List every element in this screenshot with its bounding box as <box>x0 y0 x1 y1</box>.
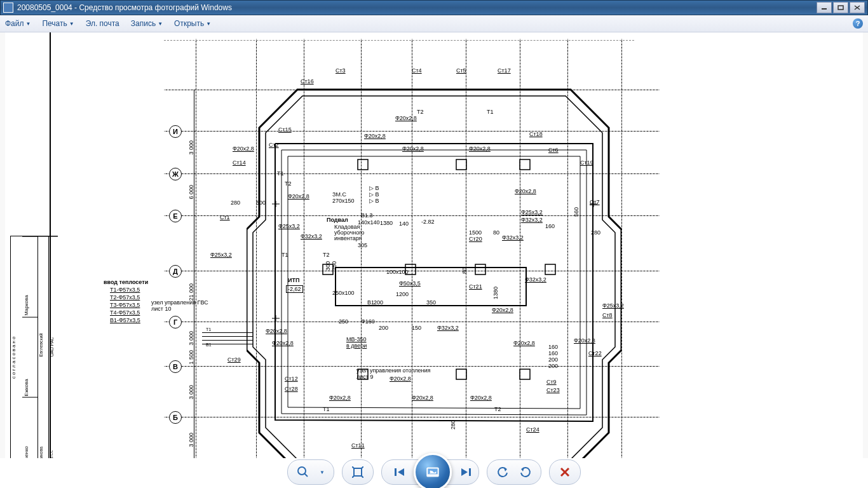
note-label: ЗМ.С 270x150 <box>332 191 355 204</box>
dim-label: 250 <box>339 318 348 325</box>
pipe-label: Ф32x3,2 <box>301 233 322 240</box>
line-label: Т2 <box>323 252 330 258</box>
dim-label: 1380 <box>492 287 499 299</box>
dim-label: 140 <box>399 220 409 227</box>
minimize-button[interactable] <box>817 2 832 13</box>
pipe-label: Ф20x2,8 <box>364 133 386 139</box>
riser-label: Ст3 <box>336 67 346 74</box>
riser-label: Ст24 <box>526 426 539 433</box>
building-outline <box>247 77 621 458</box>
pipe-label: Ф20x2,8 <box>329 395 351 401</box>
dim-label: 80 <box>493 229 499 236</box>
dim-label: 560 <box>573 207 580 217</box>
axis-row-bubble: В <box>169 360 182 373</box>
previous-button[interactable] <box>393 466 406 478</box>
slideshow-button[interactable] <box>414 453 452 488</box>
rotate-cw-button[interactable] <box>519 466 532 478</box>
riser-label: Ст6 <box>548 147 559 153</box>
svg-marker-31 <box>398 468 404 476</box>
axis-row-bubble: Е <box>169 210 182 222</box>
dim-label: 280 <box>231 200 240 206</box>
dim-label: 250x100 <box>332 290 355 296</box>
riser-label: Ст1 <box>220 214 230 220</box>
line-label: Т2 <box>494 406 501 412</box>
dim-label: 500 <box>256 200 266 206</box>
dim-label: В1.3 <box>361 212 373 219</box>
pipe-label: Ф20x2,8 <box>233 146 254 152</box>
gvs-node-label: узел управления ГВС лист 10 <box>151 299 208 312</box>
heat-input-line: В1-Ф57x3,5 <box>110 317 140 323</box>
dim-label: 200 <box>548 356 558 363</box>
photo-canvas[interactable]: И Ж Е Д Г В Б А 3 000 6 000 21 000 3 000… <box>0 32 868 458</box>
svg-rect-7 <box>358 159 368 170</box>
heat-input-line: Т2-Ф57x3,5 <box>110 294 140 301</box>
svg-rect-25 <box>354 468 362 476</box>
svg-rect-9 <box>520 159 530 170</box>
axis-row-bubble: И <box>169 125 182 138</box>
menu-file[interactable]: Файл▼ <box>5 19 31 28</box>
dim-label: 80 <box>461 268 468 274</box>
delete-button[interactable] <box>559 466 571 478</box>
dim-label: 250 <box>331 261 337 271</box>
close-button[interactable] <box>850 2 865 13</box>
dim-label: 305 <box>358 242 367 248</box>
dim-label: В1 <box>367 299 374 306</box>
axis-row-bubble: Ж <box>169 168 182 180</box>
window-title: 20080505_0004 - Средство просмотра фотог… <box>17 3 817 12</box>
flow-marker: ▷ В <box>369 191 379 198</box>
room-label: Кладовая уборочного инвентаря <box>334 224 364 241</box>
pipe-label: Ф50x3,5 <box>399 280 421 287</box>
heat-input-title: ввод теплосети <box>104 279 148 285</box>
chevron-down-icon: ▼ <box>26 21 31 27</box>
dim-label: 1200 <box>396 291 409 297</box>
riser-label: Ст7 <box>590 199 600 205</box>
pipe-label: Ф20x2,8 <box>288 193 309 200</box>
menu-email[interactable]: Эл. почта <box>86 19 119 28</box>
dim-label: 200 <box>379 325 388 331</box>
riser-label: Ст5 <box>456 67 466 74</box>
menu-print[interactable]: Печать▼ <box>42 19 74 28</box>
svg-marker-4 <box>247 90 621 458</box>
pipe-label: Ф20x2,8 <box>513 340 535 346</box>
riser-label: Ст18 <box>529 131 543 137</box>
pipe-label: Ф20x2,8 <box>412 395 433 401</box>
dim-label: 1380 <box>380 220 393 226</box>
axis-row-bubble: Д <box>169 265 182 278</box>
riser-label: Ст15 <box>278 126 292 133</box>
riser-label: Ст2 <box>269 142 279 148</box>
svg-rect-12 <box>475 264 485 274</box>
pipe-label: Ф20x2,8 <box>469 146 491 152</box>
riser-label: Ст8 <box>602 312 613 318</box>
svg-rect-1 <box>838 6 843 10</box>
actual-size-button[interactable] <box>351 466 364 478</box>
dim-label: 280 <box>591 229 600 236</box>
next-button[interactable] <box>459 466 472 478</box>
heat-input-line: Т4-Ф57x3,5 <box>110 309 140 316</box>
zoom-button[interactable] <box>297 466 309 478</box>
drawing-content: И Ж Е Д Г В Б А 3 000 6 000 21 000 3 000… <box>5 32 863 458</box>
dim-label: 1500 <box>469 229 482 236</box>
menu-burn[interactable]: Запись▼ <box>131 19 163 28</box>
pipe-label: Ф20x2,8 <box>574 337 595 344</box>
pipe-label: Ф20x2,8 <box>402 146 424 152</box>
maximize-button[interactable] <box>833 2 848 13</box>
svg-line-24 <box>304 473 308 477</box>
dim-label: 160 <box>548 350 558 356</box>
rotate-ccw-button[interactable] <box>496 466 509 478</box>
pipe-label: Ф20x2,8 <box>515 188 536 194</box>
line-label: Т1 <box>277 170 284 177</box>
nav-group <box>381 459 479 485</box>
menu-open[interactable]: Открыть▼ <box>174 19 211 28</box>
dim-label: 350 <box>426 299 436 306</box>
note-label: МВ-350 в двери <box>346 336 367 349</box>
riser-label: Ст21 <box>469 283 482 290</box>
svg-line-27 <box>361 466 363 469</box>
pipe-label: Ф20x2,8 <box>470 395 492 401</box>
pipe-label: Ф20x2,8 <box>272 340 294 346</box>
room-label: -2,62 <box>286 285 303 293</box>
svg-line-28 <box>352 475 355 478</box>
help-button[interactable]: ? <box>853 18 863 29</box>
pipe-label: Ф20x2,8 <box>395 115 417 121</box>
line-label: Т1 <box>487 109 494 115</box>
riser-label: Ст4 <box>412 67 422 74</box>
